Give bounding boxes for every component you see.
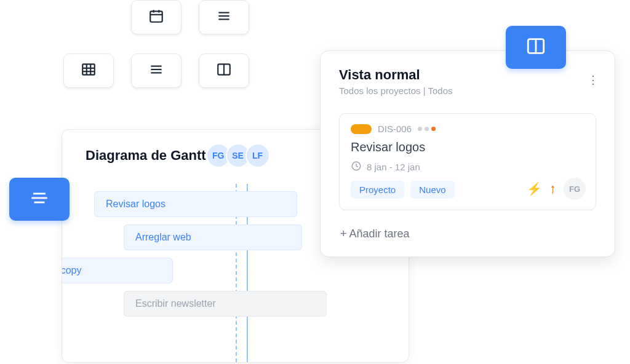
- table-icon: [81, 61, 97, 80]
- avatar[interactable]: LF: [245, 143, 270, 168]
- gantt-bar-label: Arreglar web: [135, 232, 191, 243]
- list-icon: [216, 8, 232, 26]
- svg-rect-7: [82, 64, 95, 74]
- normal-view-panel: Vista normal Todos los proyectos | Todos…: [320, 50, 615, 257]
- calendar-view-button[interactable]: [131, 0, 181, 34]
- tag[interactable]: Proyecto: [351, 181, 404, 199]
- gantt-bar-label: Revisar logos: [106, 199, 165, 210]
- list-view-button-1[interactable]: [199, 0, 249, 34]
- gantt-title: Diagrama de Gantt: [86, 148, 206, 164]
- priority-dots: [418, 127, 436, 131]
- tag[interactable]: Nuevo: [410, 181, 454, 199]
- status-pill: [351, 124, 372, 134]
- active-columns-view-button[interactable]: [506, 26, 566, 69]
- gantt-bar-label: Escribir newsletter: [135, 298, 216, 309]
- gantt-bar-label: Revisar copy: [62, 265, 81, 276]
- gantt-bar[interactable]: Escribir newsletter: [124, 291, 327, 317]
- arrow-up-icon[interactable]: ↑: [549, 181, 556, 197]
- clock-icon: [351, 160, 362, 173]
- active-list-view-button[interactable]: [9, 178, 70, 221]
- task-actions: ⚡ ↑ FG: [527, 178, 586, 200]
- task-date-range: 8 jan - 12 jan: [351, 160, 584, 173]
- more-menu-icon[interactable]: ⋮: [588, 73, 600, 87]
- gantt-avatars: FG SE LF: [211, 143, 270, 168]
- panel-subtitle: Todos los proyectos | Todos: [339, 85, 596, 96]
- date-range-text: 8 jan - 12 jan: [367, 162, 420, 172]
- list-view-button-2[interactable]: [131, 53, 181, 88]
- list-icon: [148, 61, 164, 80]
- panel-title: Vista normal: [339, 67, 596, 83]
- list-icon: [29, 188, 50, 211]
- svg-line-22: [356, 166, 358, 167]
- bolt-icon[interactable]: ⚡: [527, 181, 542, 196]
- calendar-icon: [148, 8, 164, 26]
- assignee-avatar[interactable]: FG: [564, 178, 586, 200]
- task-card[interactable]: DIS-006 Revisar logos 8 jan - 12 jan Pro…: [339, 113, 596, 210]
- task-meta-row: DIS-006: [351, 124, 584, 134]
- columns-icon: [525, 36, 546, 59]
- columns-icon: [216, 61, 232, 80]
- gantt-bar[interactable]: Revisar logos: [94, 191, 297, 217]
- table-view-button[interactable]: [63, 53, 114, 88]
- gantt-bar[interactable]: Revisar copy: [62, 258, 173, 283]
- svg-rect-0: [150, 11, 162, 22]
- add-task-button[interactable]: + Añadir tarea: [339, 225, 596, 243]
- task-name: Revisar logos: [351, 140, 584, 154]
- gantt-bar[interactable]: Arreglar web: [124, 224, 302, 250]
- task-id: DIS-006: [378, 124, 412, 134]
- columns-view-button[interactable]: [199, 53, 249, 88]
